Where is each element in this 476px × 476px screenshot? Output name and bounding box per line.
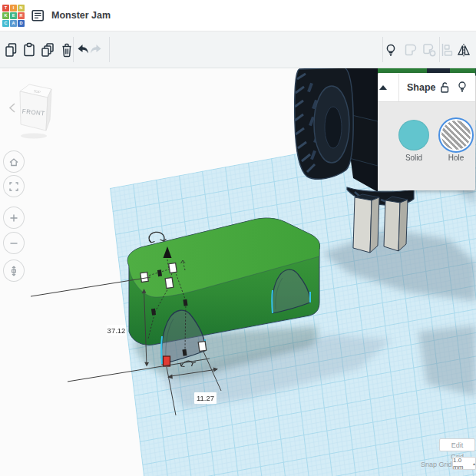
fit-view-icon	[10, 183, 18, 190]
edit-grid-button[interactable]: Edit Grid	[439, 438, 475, 451]
logo-letter: I	[10, 5, 17, 12]
perspective-toggle-button[interactable]	[3, 259, 25, 282]
main-toolbar	[0, 31, 476, 68]
lock-toggle-button[interactable]	[438, 80, 452, 95]
duplicate-button[interactable]	[39, 40, 59, 60]
svg-text:37.12: 37.12	[107, 326, 126, 335]
paste-button[interactable]	[20, 40, 40, 60]
zoom-out-button[interactable]	[3, 232, 25, 254]
active-handle-red[interactable]	[164, 356, 170, 366]
hole-edge-highlight	[272, 290, 273, 313]
snap-grid-value: 1.0 mm	[453, 457, 472, 471]
shape-panel-header: Shape	[378, 73, 475, 102]
viewport-3d[interactable]: TOP FRONT	[0, 0, 476, 476]
dropdown-caret-icon: ▴	[473, 461, 475, 466]
design-menu-icon[interactable]	[30, 7, 47, 24]
logo-letter: N	[18, 5, 25, 12]
tinkercad-logo[interactable]: T I N K E R C A D	[2, 5, 25, 27]
redo-icon	[91, 45, 101, 54]
hole-stripes-icon	[441, 121, 471, 150]
shape-inspector-panel: Shape Solid Hole	[378, 73, 475, 190]
snap-grid-dropdown[interactable]: 1.0 mm ▴	[452, 457, 476, 470]
shape-panel-title: Shape	[407, 82, 438, 93]
view-cube-base	[21, 134, 47, 139]
logo-letter: R	[18, 12, 25, 19]
logo-letter: T	[2, 5, 9, 12]
svg-text:11.27: 11.27	[197, 394, 214, 402]
collapse-triangle-icon	[379, 85, 387, 90]
ungroup-button[interactable]	[420, 40, 440, 60]
panel-collapse-button[interactable]	[378, 74, 399, 101]
hide-shape-button[interactable]	[457, 80, 471, 95]
logo-letter: E	[10, 12, 17, 19]
hole-edge-highlight	[161, 336, 162, 364]
unlock-icon	[441, 87, 448, 92]
app-header: T I N K E R C A D Monster Jam	[0, 0, 476, 31]
mirror-icon	[458, 46, 463, 55]
group-button[interactable]	[402, 40, 421, 60]
snap-grid-label: Snap Grid	[421, 461, 452, 468]
tire-hub	[325, 107, 342, 148]
lightbulb-small-icon	[459, 82, 465, 88]
home-view-button[interactable]	[3, 150, 25, 173]
logo-letter: A	[10, 20, 17, 27]
logo-letter: C	[2, 20, 9, 27]
design-title[interactable]: Monster Jam	[51, 10, 111, 21]
perspective-toggle-icon	[12, 266, 15, 276]
group-icon	[406, 45, 416, 55]
hole-option-label: Hole	[441, 154, 471, 162]
fit-view-button[interactable]	[3, 175, 25, 197]
lightbulb-icon	[387, 45, 394, 51]
dimension-depth-label[interactable]: 37.12	[107, 325, 126, 336]
zoom-in-button[interactable]	[3, 207, 25, 229]
logo-letter: K	[2, 12, 9, 19]
tinkercad-app: TOP FRONT	[0, 0, 476, 476]
logo-letter: D	[18, 20, 25, 27]
ungroup-icon	[424, 45, 433, 54]
hole-option-swatch[interactable]	[438, 117, 474, 153]
show-all-button[interactable]	[382, 40, 402, 60]
redo-button[interactable]	[87, 40, 107, 60]
zoom-in-icon	[11, 214, 18, 221]
mirror-button[interactable]	[455, 40, 474, 60]
solid-option-label: Solid	[398, 154, 429, 162]
dimension-width-label[interactable]: 11.27	[194, 392, 217, 404]
solid-option-swatch[interactable]	[398, 120, 429, 150]
